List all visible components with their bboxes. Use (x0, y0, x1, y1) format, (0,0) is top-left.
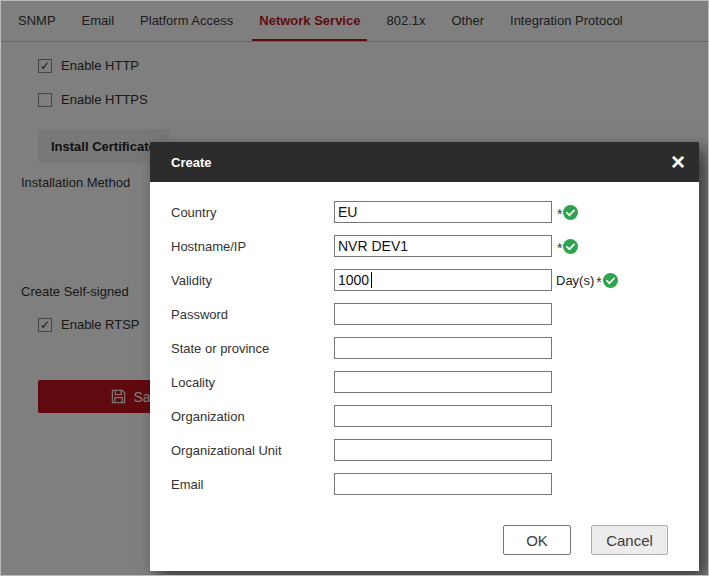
ok-button[interactable]: OK (503, 525, 571, 555)
required-asterisk: * (557, 206, 562, 222)
state-input[interactable] (334, 337, 552, 359)
valid-check-icon (563, 239, 578, 254)
email-label: Email (171, 477, 334, 492)
validity-suffix: Day(s) * (556, 271, 618, 290)
country-label: Country (171, 205, 334, 220)
form-row-state: State or province (171, 337, 682, 359)
validity-input[interactable] (334, 269, 552, 291)
dialog-button-row: OK Cancel (503, 525, 668, 555)
dialog-body: Country * Hostname/IP * (150, 182, 699, 571)
hostname-label: Hostname/IP (171, 239, 334, 254)
create-certificate-dialog: Create × Country * Hostname/IP * (150, 142, 699, 571)
locality-label: Locality (171, 375, 334, 390)
form-row-hostname: Hostname/IP * (171, 235, 682, 257)
organization-input[interactable] (334, 405, 552, 427)
form-row-validity: Validity Day(s) * (171, 269, 682, 291)
network-service-settings-page: SNMP Email Platform Access Network Servi… (0, 0, 709, 576)
organizational-unit-input[interactable] (334, 439, 552, 461)
country-suffix: * (556, 203, 578, 222)
locality-input[interactable] (334, 371, 552, 393)
text-cursor (371, 272, 372, 288)
password-input[interactable] (334, 303, 552, 325)
form-row-locality: Locality (171, 371, 682, 393)
required-asterisk: * (596, 274, 601, 290)
valid-check-icon (563, 205, 578, 220)
validity-label: Validity (171, 273, 334, 288)
cancel-button[interactable]: Cancel (591, 525, 668, 555)
validity-unit-label: Day(s) (556, 273, 594, 288)
form-row-email: Email (171, 473, 682, 495)
form-row-organization: Organization (171, 405, 682, 427)
required-asterisk: * (557, 240, 562, 256)
dialog-title: Create (171, 155, 671, 170)
state-label: State or province (171, 341, 334, 356)
hostname-input[interactable] (334, 235, 552, 257)
hostname-suffix: * (556, 237, 578, 256)
email-input[interactable] (334, 473, 552, 495)
close-icon[interactable]: × (671, 150, 685, 174)
dialog-header: Create × (150, 142, 699, 182)
form-row-organizational-unit: Organizational Unit (171, 439, 682, 461)
valid-check-icon (603, 273, 618, 288)
country-input[interactable] (334, 201, 552, 223)
form-row-password: Password (171, 303, 682, 325)
organizational-unit-label: Organizational Unit (171, 443, 334, 458)
organization-label: Organization (171, 409, 334, 424)
form-row-country: Country * (171, 201, 682, 223)
password-label: Password (171, 307, 334, 322)
